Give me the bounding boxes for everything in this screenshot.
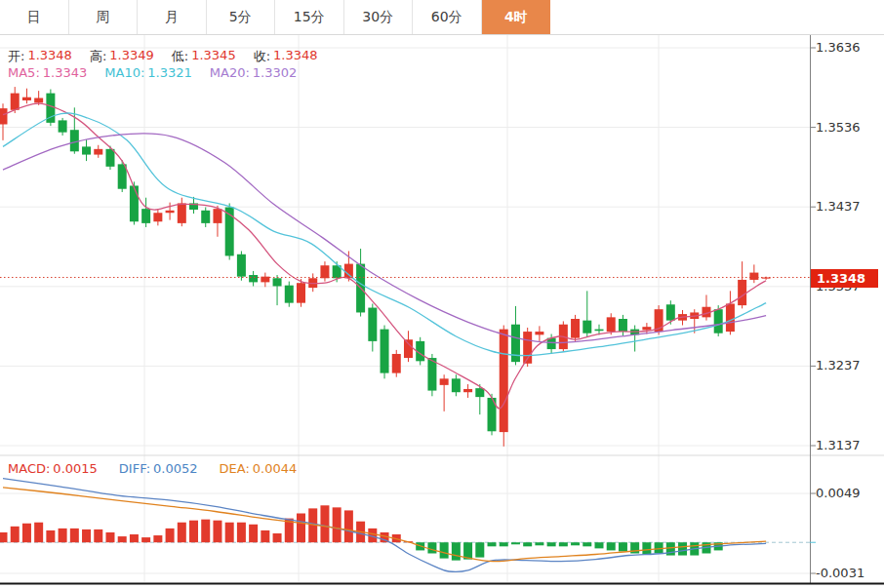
tab-30min[interactable]: 30分 — [344, 0, 414, 34]
tab-week[interactable]: 周 — [69, 0, 139, 34]
macd-readout: MACD: 0.0015 — [8, 461, 98, 476]
tab-15min[interactable]: 15分 — [275, 0, 344, 34]
macd-label: MACD: — [8, 461, 50, 476]
tabbar-filler — [550, 0, 884, 34]
dea-value: 0.0044 — [253, 461, 298, 476]
low-label: 低: — [172, 48, 188, 65]
ma20-value: 1.3302 — [253, 65, 298, 80]
high-label: 高: — [90, 48, 106, 65]
timeframe-tabbar: 日 周 月 5分 15分 30分 60分 4时 — [0, 0, 884, 35]
low-readout: 低: 1.3345 — [172, 48, 236, 65]
diff-readout: DIFF: 0.0052 — [119, 461, 198, 476]
tab-60min[interactable]: 60分 — [413, 0, 482, 34]
high-value: 1.3349 — [109, 48, 154, 65]
price-axis-label: 1.3237 — [816, 358, 861, 372]
ma10-readout: MA10: 1.3321 — [104, 65, 192, 80]
close-readout: 收: 1.3348 — [254, 48, 318, 65]
current-price-tag: 1.3348 — [811, 269, 878, 288]
chart-canvas[interactable] — [0, 0, 884, 588]
macd-axis-label: -0.0031 — [816, 566, 864, 580]
tab-month[interactable]: 月 — [138, 0, 207, 34]
ma10-value: 1.3321 — [147, 65, 192, 80]
ma5-label: MA5: — [8, 65, 40, 80]
price-axis-label: 1.3437 — [816, 199, 861, 214]
tab-5min[interactable]: 5分 — [207, 0, 276, 34]
trading-chart-app: { "tabs": { "items": [ {"label": "日"}, {… — [0, 0, 884, 588]
ma20-label: MA20: — [210, 65, 250, 80]
low-value: 1.3345 — [191, 48, 236, 65]
ma20-readout: MA20: 1.3302 — [210, 65, 298, 80]
ma5-value: 1.3343 — [43, 65, 88, 80]
dea-readout: DEA: 0.0044 — [220, 461, 298, 476]
macd-value: 0.0015 — [53, 461, 98, 476]
high-readout: 高: 1.3349 — [90, 48, 154, 65]
price-axis-label: 1.3636 — [816, 40, 861, 55]
price-axis-label: 1.3536 — [816, 120, 861, 135]
close-value: 1.3348 — [273, 48, 318, 65]
macd-info-row: MACD: 0.0015 DIFF: 0.0052 DEA: 0.0044 — [8, 461, 297, 476]
diff-label: DIFF: — [119, 461, 150, 476]
ma5-readout: MA5: 1.3343 — [8, 65, 87, 80]
open-readout: 开: 1.3348 — [8, 48, 72, 65]
macd-axis-label: 0.0049 — [816, 486, 861, 500]
diff-value: 0.0052 — [153, 461, 198, 476]
close-label: 收: — [254, 48, 270, 65]
open-label: 开: — [8, 48, 24, 65]
tab-day[interactable]: 日 — [0, 0, 69, 34]
ohlc-info-row: 开: 1.3348 高: 1.3349 低: 1.3345 收: 1.3348 — [8, 48, 318, 65]
ma-info-row: MA5: 1.3343 MA10: 1.3321 MA20: 1.3302 — [8, 65, 297, 80]
ma10-label: MA10: — [104, 65, 144, 80]
price-axis-label: 1.3137 — [816, 438, 861, 452]
open-value: 1.3348 — [27, 48, 72, 65]
dea-label: DEA: — [220, 461, 250, 476]
tab-4hour-active[interactable]: 4时 — [482, 0, 551, 34]
